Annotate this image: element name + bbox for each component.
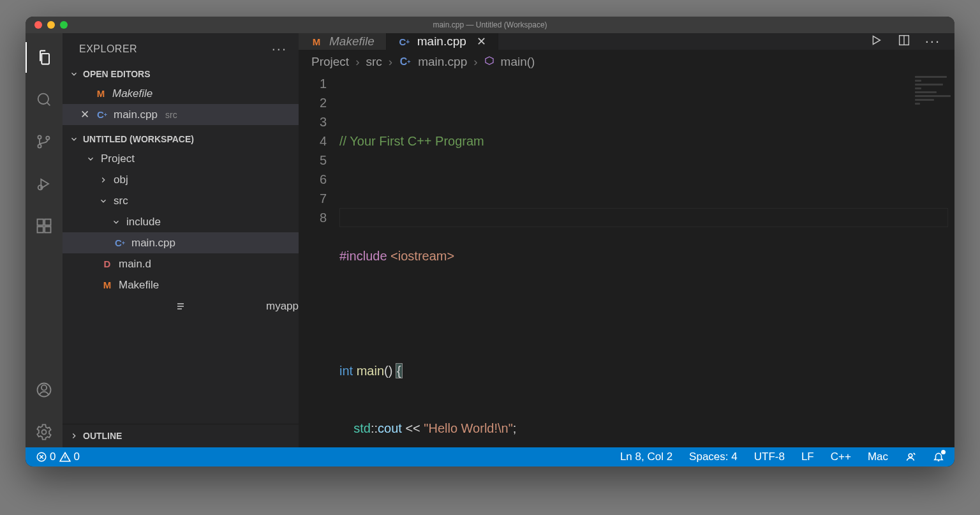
- breadcrumb-item[interactable]: main.cpp: [418, 55, 467, 69]
- makefile-icon: M: [94, 87, 107, 100]
- workspace-header[interactable]: UNTITLED (WORKSPACE): [63, 130, 299, 148]
- chevron-down-icon: [69, 134, 79, 144]
- file-main-cpp[interactable]: C+ main.cpp: [63, 232, 299, 253]
- chevron-right-icon: [69, 431, 79, 441]
- run-button[interactable]: [869, 33, 883, 50]
- more-actions-button[interactable]: ···: [925, 33, 940, 50]
- folder-project[interactable]: Project: [63, 148, 299, 169]
- code-content[interactable]: // Your First C++ Program #include <iost…: [339, 74, 954, 466]
- folder-include[interactable]: include: [63, 211, 299, 232]
- warning-icon: [59, 451, 71, 463]
- svg-point-1: [38, 135, 41, 138]
- explorer-more-actions[interactable]: ···: [272, 41, 287, 57]
- symbol-icon: [484, 55, 494, 69]
- file-main-d[interactable]: D main.d: [63, 253, 299, 274]
- split-editor-button[interactable]: [897, 33, 911, 50]
- chevron-down-icon: [69, 69, 79, 79]
- file-label: Makefile: [119, 279, 159, 292]
- run-debug-icon: [35, 175, 53, 193]
- window-controls: [26, 21, 77, 29]
- code-editor[interactable]: 12345678 // Your First C++ Program #incl…: [299, 74, 954, 466]
- activity-run-debug[interactable]: [26, 168, 63, 199]
- folder-label: include: [126, 216, 161, 228]
- breadcrumb[interactable]: Project › src › C+ main.cpp › main(): [299, 50, 954, 74]
- status-notifications[interactable]: [933, 451, 944, 463]
- makefile-icon: M: [101, 279, 114, 292]
- explorer-sidebar: EXPLORER ··· OPEN EDITORS M Makefile ✕ C…: [63, 33, 299, 447]
- maximize-window-icon[interactable]: [60, 21, 68, 29]
- tab-makefile[interactable]: M Makefile: [299, 33, 387, 50]
- svg-point-11: [42, 430, 47, 435]
- line-number-gutter: 12345678: [299, 74, 339, 466]
- open-editor-label: Makefile: [112, 87, 152, 100]
- svg-point-0: [38, 94, 48, 104]
- close-icon[interactable]: ✕: [79, 108, 91, 121]
- folder-src[interactable]: src: [63, 190, 299, 211]
- open-editors-header[interactable]: OPEN EDITORS: [63, 65, 299, 83]
- open-editor-label: main.cpp: [114, 108, 158, 121]
- breadcrumb-item[interactable]: main(): [501, 55, 535, 69]
- file-myapp[interactable]: myapp: [63, 295, 299, 317]
- tab-main-cpp[interactable]: C+ main.cpp ✕: [387, 33, 498, 50]
- close-icon[interactable]: ✕: [477, 34, 486, 49]
- d-file-icon: D: [101, 258, 114, 271]
- activity-extensions[interactable]: [26, 211, 63, 241]
- minimize-window-icon[interactable]: [47, 21, 55, 29]
- chevron-down-icon: [85, 154, 96, 164]
- svg-point-2: [38, 144, 41, 147]
- play-icon: [869, 33, 883, 47]
- error-icon: [36, 451, 47, 463]
- minimap[interactable]: [910, 74, 954, 151]
- split-icon: [897, 33, 911, 47]
- activity-explorer[interactable]: [26, 42, 63, 73]
- chevron-down-icon: [98, 196, 108, 206]
- editor-tabs: M Makefile C+ main.cpp ✕ ···: [299, 33, 954, 50]
- status-errors[interactable]: 0: [36, 451, 56, 463]
- chevron-right-icon: ›: [355, 55, 359, 69]
- outline-header[interactable]: OUTLINE: [63, 427, 299, 445]
- breadcrumb-item[interactable]: src: [366, 55, 382, 69]
- folder-obj[interactable]: obj: [63, 169, 299, 190]
- svg-rect-7: [45, 227, 50, 232]
- explorer-title: EXPLORER: [79, 43, 137, 55]
- status-warnings[interactable]: 0: [59, 451, 79, 463]
- gear-icon: [35, 423, 53, 441]
- activity-source-control[interactable]: [26, 126, 63, 157]
- editor-actions: ···: [855, 33, 954, 50]
- svg-rect-6: [38, 227, 43, 232]
- svg-rect-8: [45, 220, 50, 225]
- binary-file-icon: [101, 300, 261, 313]
- svg-point-3: [46, 137, 49, 140]
- file-makefile[interactable]: M Makefile: [63, 274, 299, 295]
- activity-search[interactable]: [26, 84, 63, 115]
- activity-settings[interactable]: [26, 417, 63, 447]
- svg-rect-5: [38, 220, 43, 225]
- open-editors-label: OPEN EDITORS: [83, 69, 151, 79]
- search-icon: [35, 91, 53, 108]
- outline-label: OUTLINE: [83, 431, 122, 441]
- activity-bar: [26, 33, 63, 447]
- title-bar[interactable]: main.cpp — Untitled (Workspace): [26, 17, 954, 33]
- breadcrumb-item[interactable]: Project: [311, 55, 349, 69]
- tab-label: main.cpp: [417, 34, 466, 49]
- git-branch-icon: [35, 133, 53, 151]
- open-editor-path: src: [165, 110, 177, 120]
- files-icon: [36, 49, 54, 66]
- makefile-icon: M: [310, 35, 323, 48]
- chevron-down-icon: [111, 217, 121, 227]
- close-window-icon[interactable]: [34, 21, 42, 29]
- cpp-icon: C+: [114, 237, 126, 250]
- chevron-right-icon: ›: [389, 55, 392, 69]
- folder-label: src: [114, 195, 128, 207]
- tab-label: Makefile: [329, 34, 375, 49]
- account-icon: [35, 381, 53, 399]
- open-editor-main-cpp[interactable]: ✕ C+ main.cpp src: [63, 104, 299, 125]
- activity-accounts[interactable]: [26, 375, 63, 405]
- file-label: main.cpp: [131, 237, 175, 250]
- workspace-label: UNTITLED (WORKSPACE): [83, 134, 194, 144]
- chevron-right-icon: [98, 175, 108, 185]
- extensions-icon: [35, 217, 53, 235]
- folder-label: Project: [101, 153, 135, 165]
- open-editor-makefile[interactable]: M Makefile: [63, 83, 299, 104]
- file-label: main.d: [119, 258, 151, 271]
